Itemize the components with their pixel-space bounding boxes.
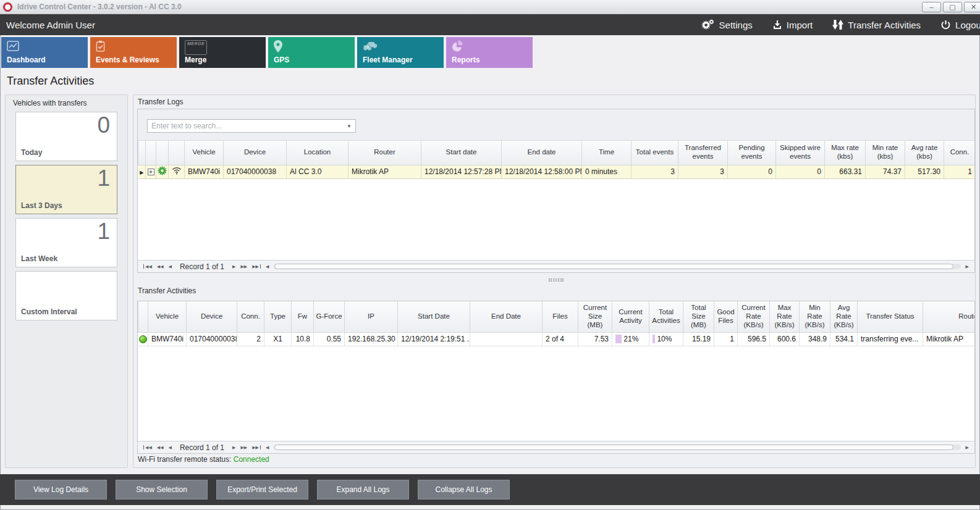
prev-page-button[interactable]: ◀◀	[157, 264, 164, 269]
search-input[interactable]	[148, 122, 343, 130]
column-header[interactable]: Device	[187, 301, 237, 332]
expand-icon[interactable]: +	[148, 169, 154, 175]
column-header[interactable]: Files	[543, 301, 578, 332]
logout-button[interactable]: Logout	[940, 20, 980, 30]
import-button[interactable]: Import	[772, 20, 813, 30]
scroll-right-arrow[interactable]: ▶	[966, 264, 969, 269]
column-header[interactable]: Transferred events	[678, 141, 728, 165]
minimize-button[interactable]: –	[922, 2, 941, 12]
column-header[interactable]: Start Date	[398, 301, 470, 332]
filter-card-today[interactable]: 0 Today	[15, 112, 117, 161]
next-record-button[interactable]: ▶	[232, 445, 235, 449]
import-icon	[772, 20, 782, 30]
scroll-left-arrow[interactable]: ◀	[266, 264, 269, 269]
export-print-selected-button[interactable]: Export/Print Selected	[216, 480, 308, 500]
column-header[interactable]: Vehicle	[148, 301, 187, 332]
search-combobox[interactable]: ▼	[147, 119, 356, 133]
maximize-button[interactable]: ▢	[943, 2, 962, 12]
column-header[interactable]: Good Files	[714, 301, 738, 332]
line-chart-icon	[7, 40, 19, 52]
cell: 534.1	[830, 332, 858, 346]
collapse-all-logs-button[interactable]: Collapse All Logs	[418, 480, 510, 500]
column-header[interactable]: Conn.	[237, 301, 264, 332]
column-header[interactable]: Conn.	[944, 141, 976, 165]
transfer-activities-button[interactable]: Transfer Activities	[832, 20, 921, 30]
column-header[interactable]: Total Size (MB)	[683, 301, 714, 332]
filter-card-last-week[interactable]: 1 Last Week	[15, 218, 117, 267]
column-header[interactable]: G-Force	[314, 301, 345, 332]
tab-reports[interactable]: Reports	[446, 37, 533, 68]
scrollbar-thumb[interactable]	[274, 445, 953, 450]
column-header[interactable]: IP	[345, 301, 398, 332]
cell: 12/19/2014 2:19:51 ...	[398, 332, 470, 346]
column-header[interactable]: Location	[287, 141, 348, 165]
tab-fleet-manager[interactable]: Fleet Manager	[357, 37, 444, 68]
show-selection-button[interactable]: Show Selection	[116, 480, 208, 500]
column-header[interactable]: Avg rate (kbs)	[905, 141, 944, 165]
next-page-button[interactable]: ▶▶	[240, 445, 247, 449]
column-header[interactable]: Device	[224, 141, 287, 165]
scroll-left-arrow[interactable]: ◀	[266, 445, 269, 449]
column-header[interactable]: Current Rate (KB/s)	[738, 301, 770, 332]
column-header[interactable]: Total Activities	[649, 301, 683, 332]
horizontal-scrollbar[interactable]	[274, 264, 960, 269]
row-indicator-icon: ▶	[140, 170, 143, 175]
table-row[interactable]: BMW740i0170400000382X110.80.55192.168.25…	[138, 332, 976, 346]
horizontal-scrollbar[interactable]	[274, 445, 960, 450]
column-header	[146, 141, 156, 165]
view-log-details-button[interactable]: View Log Details	[15, 480, 107, 500]
column-header[interactable]: Pending events	[728, 141, 776, 165]
column-header[interactable]: Total events	[632, 141, 678, 165]
tab-events-reviews[interactable]: Events & Reviews	[90, 37, 177, 68]
column-header[interactable]: Router	[348, 141, 421, 165]
column-header[interactable]: Router	[923, 301, 976, 332]
last-record-button[interactable]: ▶▶	[252, 264, 261, 269]
column-header[interactable]: Vehicle	[185, 141, 224, 165]
column-header[interactable]: Current Activity	[612, 301, 649, 332]
column-header[interactable]: End date	[502, 141, 582, 165]
column-header[interactable]: Max Rate (KB/s)	[770, 301, 800, 332]
scroll-right-arrow[interactable]: ▶	[966, 445, 969, 449]
gear-icon[interactable]	[158, 166, 167, 175]
cell: X1	[264, 332, 292, 346]
next-record-button[interactable]: ▶	[232, 264, 235, 269]
close-button[interactable]: ✕	[964, 2, 980, 12]
column-header[interactable]: Fw	[292, 301, 314, 332]
filter-card-custom-interval[interactable]: Custom Interval	[15, 271, 117, 320]
merge-badge-icon: MERGE	[185, 40, 207, 55]
next-page-button[interactable]: ▶▶	[240, 264, 247, 269]
column-header[interactable]: Type	[264, 301, 292, 332]
expand-all-logs-button[interactable]: Expand All Logs	[317, 480, 409, 500]
welcome-text: Welcome Admin User	[6, 20, 95, 30]
column-header[interactable]: Time	[582, 141, 632, 165]
prev-record-button[interactable]: ◀	[169, 445, 172, 449]
chevron-down-icon[interactable]: ▼	[343, 123, 355, 129]
first-record-button[interactable]: ◀◀	[143, 264, 152, 269]
column-header[interactable]: Avg Rate (KB/s)	[830, 301, 858, 332]
column-header[interactable]: Max rate (kbs)	[825, 141, 866, 165]
table-row[interactable]: ▶+BMW740i017040000038Al CC 3.0Mikrotik A…	[138, 165, 976, 178]
tab-dashboard[interactable]: Dashboard	[1, 37, 88, 68]
cell: 12/18/2014 12:57:28 PM	[421, 165, 502, 178]
cell: 1	[714, 332, 738, 346]
column-header[interactable]: Start date	[421, 141, 502, 165]
column-header[interactable]: Min Rate (KB/s)	[800, 301, 830, 332]
column-header[interactable]: End Date	[470, 301, 543, 332]
prev-page-button[interactable]: ◀◀	[157, 445, 164, 449]
column-header[interactable]: Min rate (kbs)	[866, 141, 905, 165]
first-record-button[interactable]: ◀◀	[143, 445, 152, 449]
panel-splitter[interactable]	[137, 278, 975, 282]
page-title: Transfer Activities	[7, 75, 94, 88]
filter-card-last-3-days[interactable]: 1 Last 3 Days	[15, 165, 117, 214]
column-header[interactable]: Skipped wire events	[776, 141, 825, 165]
last-record-button[interactable]: ▶▶	[252, 445, 261, 449]
prev-record-button[interactable]: ◀	[169, 264, 172, 269]
tab-gps[interactable]: GPS	[268, 37, 355, 68]
column-header[interactable]: Transfer Status	[858, 301, 923, 332]
scrollbar-thumb[interactable]	[274, 264, 953, 269]
cell: 0 minutes	[582, 165, 632, 178]
column-header[interactable]: Current Size (MB)	[578, 301, 612, 332]
gear-icon	[701, 19, 715, 30]
tab-merge[interactable]: MERGE Merge	[179, 37, 266, 68]
settings-button[interactable]: Settings	[701, 19, 753, 30]
